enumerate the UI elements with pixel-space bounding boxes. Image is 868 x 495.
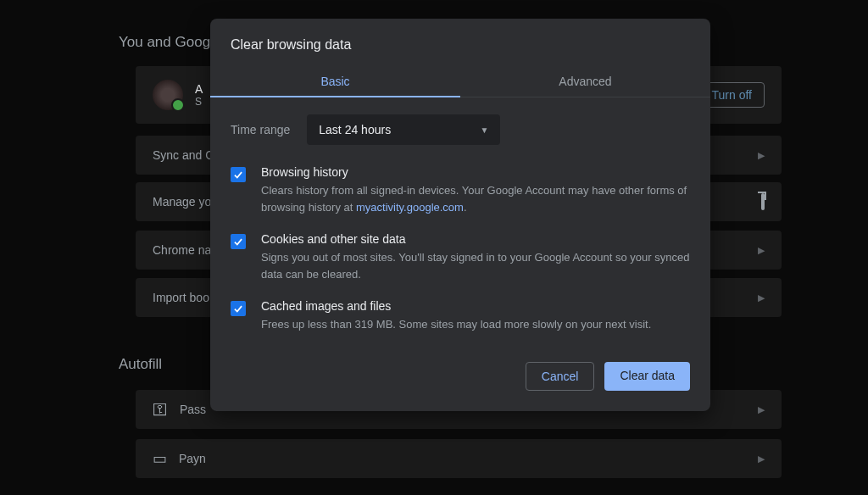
time-range-value: Last 24 hours xyxy=(319,123,391,136)
time-range-label: Time range xyxy=(231,123,290,136)
option-cache: Cached images and files Frees up less th… xyxy=(210,291,710,342)
section-autofill: Autofill xyxy=(119,356,162,373)
account-line2: S xyxy=(195,96,203,108)
chevron-right-icon: ▶ xyxy=(758,245,765,256)
option-title: Cached images and files xyxy=(261,299,690,313)
option-desc: Frees up less than 319 MB. Some sites ma… xyxy=(261,316,690,333)
avatar xyxy=(153,80,183,110)
dialog-title: Clear browsing data xyxy=(210,19,710,66)
checkbox-cache[interactable] xyxy=(231,301,246,316)
chevron-right-icon: ▶ xyxy=(758,150,765,161)
chevron-right-icon: ▶ xyxy=(758,292,765,303)
myactivity-link[interactable]: myactivity.google.com xyxy=(356,201,464,214)
option-desc: Signs you out of most sites. You'll stay… xyxy=(261,249,690,282)
clear-data-button[interactable]: Clear data xyxy=(604,362,690,391)
option-cookies: Cookies and other site data Signs you ou… xyxy=(210,224,710,291)
tab-advanced[interactable]: Advanced xyxy=(460,66,710,97)
payment-row[interactable]: ▭ Payn ▶ xyxy=(136,439,782,478)
dialog-tabs: Basic Advanced xyxy=(210,66,710,97)
chevron-right-icon: ▶ xyxy=(758,404,765,415)
key-icon: ⚿ xyxy=(153,401,168,419)
clear-browsing-data-dialog: Clear browsing data Basic Advanced Time … xyxy=(210,19,710,411)
option-browsing-history: Browsing history Clears history from all… xyxy=(210,157,710,224)
checkbox-browsing-history[interactable] xyxy=(231,167,246,182)
option-desc: Clears history from all signed-in device… xyxy=(261,182,690,215)
checkbox-cookies[interactable] xyxy=(231,234,246,249)
card-icon: ▭ xyxy=(153,449,167,468)
section-you-and-google: You and Google xyxy=(119,34,221,51)
option-title: Browsing history xyxy=(261,165,690,179)
account-line1: A xyxy=(195,82,203,96)
chevron-down-icon: ▼ xyxy=(480,125,488,135)
external-link-icon xyxy=(761,195,765,209)
cancel-button[interactable]: Cancel xyxy=(526,362,595,391)
tab-basic[interactable]: Basic xyxy=(210,66,460,97)
option-title: Cookies and other site data xyxy=(261,232,690,246)
chevron-right-icon: ▶ xyxy=(758,453,765,464)
time-range-select[interactable]: Last 24 hours ▼ xyxy=(307,114,500,145)
